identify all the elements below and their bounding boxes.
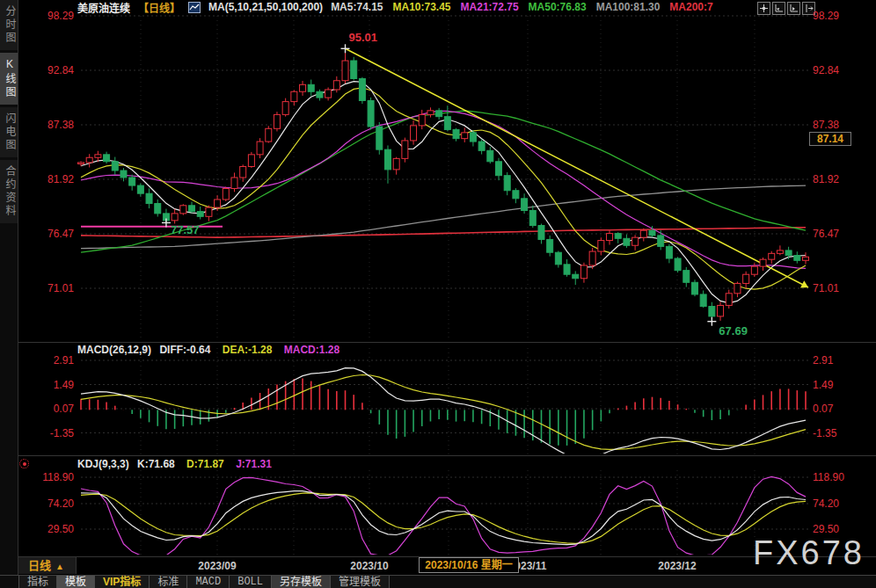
- svg-text:77.57: 77.57: [171, 223, 200, 236]
- svg-text:67.69: 67.69: [719, 324, 748, 338]
- chart-canvas[interactable]: 95.0177.5767.69: [0, 0, 876, 588]
- trading-app-window: 95.0177.5767.69 分时图K线图闪电图合约资料 美原油连续 【日线】…: [0, 0, 876, 588]
- svg-text:95.01: 95.01: [349, 31, 378, 44]
